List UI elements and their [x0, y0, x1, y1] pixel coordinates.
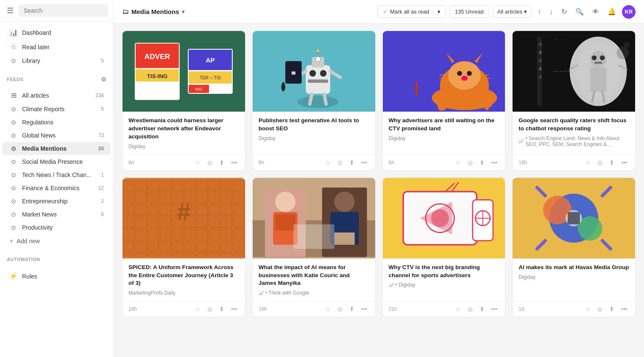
bookmark-button[interactable]: ☆	[583, 158, 592, 167]
bookmark-button[interactable]: ☆	[323, 305, 332, 313]
article-card[interactable]: ADVER TIS·ING AP TER ○ TIS ING Wrestlema…	[122, 31, 245, 171]
sidebar-item-tech-news[interactable]: ⊙ Tech News / Track Chan... 1	[3, 169, 111, 181]
page-title[interactable]: 🗂 Media Mentions ▾	[122, 8, 184, 16]
share-button[interactable]: ⬆	[217, 305, 226, 313]
article-card[interactable]: Why advertisers are still waiting on the…	[382, 31, 506, 171]
mark-read-article-button[interactable]: ◎	[336, 158, 344, 167]
share-button[interactable]: ⬆	[608, 158, 616, 167]
more-button[interactable]: •••	[490, 158, 499, 167]
sidebar-item-library[interactable]: ⊙ Library 5	[3, 54, 111, 67]
sidebar-item-media-mentions[interactable]: ⊙ Media Mentions 28	[3, 142, 111, 155]
article-thumbnail: ADVER TIS·ING AP TER ○ TIS ING	[123, 31, 245, 112]
sort-desc-button[interactable]: ↓	[547, 6, 555, 18]
circle-icon-5: ⊙	[9, 158, 18, 165]
svg-point-36	[467, 71, 472, 76]
sidebar-item-climate-reports[interactable]: ⊙ Climate Reports 5	[3, 103, 111, 115]
mark-read-article-button[interactable]: ◎	[466, 158, 474, 167]
article-card[interactable]: ○ ○ ○ ○ Google search quality raters shi…	[512, 31, 636, 171]
unread-count-badge[interactable]: 135 Unread	[449, 6, 489, 18]
article-card[interactable]: # SPICED: A Uniform Framework Across the…	[122, 177, 245, 318]
article-card[interactable]: Why CTV is the next big branding channel…	[382, 177, 506, 318]
mark-all-read-button[interactable]: ✓ Mark all as read | ▾	[377, 6, 446, 18]
add-new-label: Add new	[17, 238, 39, 245]
grid-icon: ⊞	[9, 91, 18, 99]
bookmark-button[interactable]: ☆	[323, 158, 332, 167]
mark-read-article-button[interactable]: ◎	[596, 158, 604, 167]
svg-rect-55	[594, 62, 602, 64]
bookmark-button[interactable]: ☆	[583, 305, 592, 313]
share-button[interactable]: ⬆	[478, 158, 486, 167]
svg-rect-47	[415, 82, 418, 96]
sidebar-item-entrepreneurship[interactable]: ⊙ Entrepreneurship 2	[3, 195, 111, 208]
mark-read-article-button[interactable]: ◎	[336, 305, 344, 313]
dashboard-icon: 📊	[9, 28, 18, 37]
sidebar-item-all-articles[interactable]: ⊞ All articles 234	[3, 88, 111, 102]
sidebar-item-social-media[interactable]: ⊙ Social Media Presence	[3, 155, 111, 168]
sidebar-item-rules[interactable]: ⚡ Rules	[3, 269, 111, 283]
mark-read-article-button[interactable]: ◎	[206, 305, 214, 313]
search-button[interactable]: 🔍	[573, 5, 586, 18]
user-avatar[interactable]: KR	[622, 5, 636, 19]
more-button[interactable]: •••	[229, 305, 239, 313]
bookmark-button[interactable]: ☆	[193, 158, 202, 167]
share-button[interactable]: ⬆	[608, 305, 616, 313]
mark-read-article-button[interactable]: ◎	[596, 305, 604, 313]
more-button[interactable]: •••	[619, 158, 629, 167]
page-title-text: Media Mentions	[131, 8, 179, 15]
article-card[interactable]: What the impact of AI means for business…	[252, 177, 376, 318]
article-time: 6h	[128, 160, 190, 166]
sort-asc-button[interactable]: ↑	[535, 6, 544, 18]
share-button[interactable]: ⬆	[217, 158, 226, 167]
more-button[interactable]: •••	[490, 305, 499, 313]
article-source: 📈 • Think with Google	[259, 290, 369, 296]
sidebar-label-rules: Rules	[22, 273, 104, 280]
search-input[interactable]	[19, 4, 108, 17]
sidebar-item-dashboard[interactable]: 📊 Dashboard	[3, 25, 111, 39]
mark-read-article-button[interactable]: ◎	[466, 305, 474, 313]
sidebar-item-regulations[interactable]: ⊙ Regulations	[3, 116, 111, 129]
svg-point-67	[617, 47, 629, 59]
svg-point-37	[461, 76, 467, 81]
circle-icon: ⊙	[9, 57, 18, 64]
feeds-gear-icon[interactable]: ⚙	[101, 76, 107, 83]
article-footer: 16h ☆ ◎ ⬆ •••	[123, 301, 245, 317]
svg-text:ADVER: ADVER	[145, 52, 170, 61]
sidebar-item-productivity[interactable]: ⊙ Productivity	[3, 221, 111, 234]
more-button[interactable]: •••	[229, 158, 239, 167]
bookmark-button[interactable]: ☆	[454, 305, 463, 313]
svg-rect-87	[293, 224, 334, 249]
trend-icon: 📈	[389, 283, 394, 287]
sidebar-item-read-later[interactable]: ☆ Read later	[3, 40, 111, 54]
share-button[interactable]: ⬆	[348, 158, 356, 167]
hamburger-button[interactable]: ☰	[5, 4, 15, 17]
share-button[interactable]: ⬆	[478, 305, 486, 313]
add-new-button[interactable]: + Add new	[3, 234, 111, 248]
bookmark-button[interactable]: ☆	[454, 158, 463, 167]
sidebar-label-media-mentions: Media Mentions	[22, 145, 94, 152]
sidebar-label-global-news: Global News	[22, 132, 94, 139]
sidebar-item-market-news[interactable]: ⊙ Market News 6	[3, 208, 111, 221]
more-button[interactable]: •••	[360, 158, 369, 167]
circle-icon-active: ⊙	[9, 145, 18, 152]
article-thumbnail: #	[123, 178, 245, 259]
bookmark-button[interactable]: ☆	[193, 305, 202, 313]
svg-text:📰: 📰	[291, 70, 296, 76]
article-card[interactable]: 📰 Publishers test generative AI tools to…	[252, 31, 376, 171]
sidebar-label-all-articles: All articles	[22, 92, 91, 99]
sidebar-item-finance[interactable]: ⊙ Finance & Economics 12	[3, 182, 111, 194]
svg-point-32	[448, 61, 481, 90]
sidebar-item-global-news[interactable]: ⊙ Global News 73	[3, 129, 111, 142]
mark-read-article-button[interactable]: ◎	[206, 158, 214, 167]
bell-button[interactable]: 🔔	[605, 5, 619, 18]
more-button[interactable]: •••	[619, 305, 629, 313]
svg-point-22	[317, 50, 319, 52]
filter-button[interactable]: All articles ▾	[493, 6, 532, 18]
sidebar-header: ☰	[0, 0, 113, 22]
more-button[interactable]: •••	[360, 305, 369, 313]
share-button[interactable]: ⬆	[348, 305, 356, 313]
eye-button[interactable]: 👁	[590, 6, 602, 18]
svg-rect-18	[308, 79, 328, 83]
article-card[interactable]: AI makes its mark at Havas Media Group D…	[512, 177, 636, 318]
refresh-button[interactable]: ↻	[559, 5, 569, 18]
svg-text:ING: ING	[195, 87, 202, 91]
